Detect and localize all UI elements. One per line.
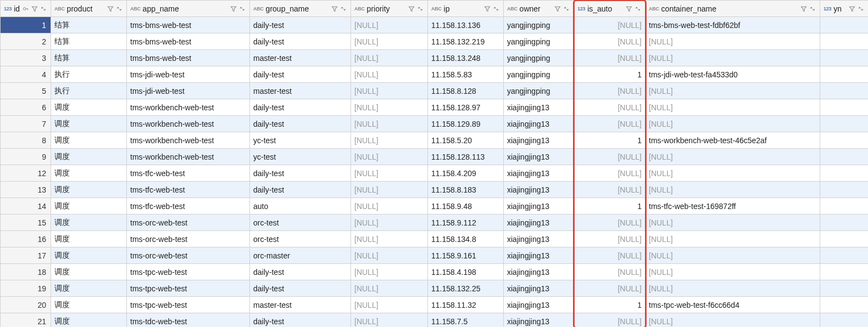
cell-group_name[interactable]: master-test — [250, 83, 351, 99]
cell-container_name[interactable]: [NULL] — [646, 149, 820, 165]
cell-container_name[interactable]: tms-tfc-web-test-169872ff — [646, 198, 820, 215]
cell-yn[interactable] — [820, 247, 869, 264]
cell-app_name[interactable]: tms-tpc-web-test — [127, 280, 250, 297]
cell-yn[interactable] — [820, 116, 869, 132]
table-row[interactable]: 17调度tms-orc-web-testorc-master[NULL]11.1… — [1, 247, 869, 264]
cell-ip[interactable]: 11.158.128.113 — [428, 149, 504, 165]
cell-yn[interactable] — [820, 83, 869, 99]
cell-group_name[interactable]: daily-test — [250, 182, 351, 198]
cell-ip[interactable]: 11.158.132.25 — [428, 280, 504, 297]
cell-product[interactable]: 调度 — [51, 198, 127, 215]
table-row[interactable]: 4执行tms-jdi-web-testdaily-test[NULL]11.15… — [1, 66, 869, 83]
cell-ip[interactable]: 11.158.13.248 — [428, 50, 504, 66]
table-row[interactable]: 13调度tms-tfc-web-testdaily-test[NULL]11.1… — [1, 182, 869, 198]
cell-product[interactable]: 执行 — [51, 83, 127, 99]
cell-app_name[interactable]: tms-orc-web-test — [127, 247, 250, 264]
table-row[interactable]: 2结算tms-bms-web-testdaily-test[NULL]11.15… — [1, 33, 869, 50]
table-row[interactable]: 12调度tms-tfc-web-testdaily-test[NULL]11.1… — [1, 165, 869, 182]
table-row[interactable]: 1结算tms-bms-web-testdaily-test[NULL]11.15… — [1, 17, 869, 33]
sort-icon[interactable] — [115, 5, 123, 13]
cell-group_name[interactable]: daily-test — [250, 264, 351, 280]
cell-container_name[interactable]: [NULL] — [646, 116, 820, 132]
cell-priority[interactable]: [NULL] — [351, 149, 428, 165]
cell-owner[interactable]: xiajingjing13 — [504, 149, 574, 165]
cell-group_name[interactable]: orc-master — [250, 247, 351, 264]
cell-owner[interactable]: xiajingjing13 — [504, 264, 574, 280]
sort-icon[interactable] — [340, 5, 347, 13]
cell-group_name[interactable]: daily-test — [250, 33, 351, 50]
cell-priority[interactable]: [NULL] — [351, 297, 428, 313]
table-row[interactable]: 18调度tms-tpc-web-testdaily-test[NULL]11.1… — [1, 264, 869, 280]
filter-icon[interactable] — [554, 5, 561, 13]
cell-container_name[interactable]: tms-bms-web-test-fdbf62bf — [646, 17, 820, 33]
cell-priority[interactable]: [NULL] — [351, 264, 428, 280]
cell-priority[interactable]: [NULL] — [351, 17, 428, 33]
cell-is_auto[interactable]: [NULL] — [574, 33, 646, 50]
cell-id[interactable]: 15 — [1, 215, 51, 231]
cell-owner[interactable]: yangjingping — [504, 50, 574, 66]
table-row[interactable]: 19调度tms-tpc-web-testdaily-test[NULL]11.1… — [1, 280, 869, 297]
cell-app_name[interactable]: tms-orc-web-test — [127, 231, 250, 247]
table-row[interactable]: 14调度tms-tfc-web-testauto[NULL]11.158.9.4… — [1, 198, 869, 215]
cell-yn[interactable] — [820, 99, 869, 116]
cell-product[interactable]: 执行 — [51, 66, 127, 83]
cell-group_name[interactable]: auto — [250, 198, 351, 215]
sort-icon[interactable] — [634, 5, 642, 13]
cell-priority[interactable]: [NULL] — [351, 231, 428, 247]
cell-container_name[interactable]: [NULL] — [646, 165, 820, 182]
cell-owner[interactable]: xiajingjing13 — [504, 116, 574, 132]
table-row[interactable]: 6调度tms-workbench-web-testdaily-test[NULL… — [1, 99, 869, 116]
table-row[interactable]: 7调度tms-workbench-web-testdaily-test[NULL… — [1, 116, 869, 132]
cell-container_name[interactable]: tms-workbench-web-test-46c5e2af — [646, 132, 820, 149]
cell-is_auto[interactable]: [NULL] — [574, 165, 646, 182]
cell-is_auto[interactable]: [NULL] — [574, 231, 646, 247]
cell-is_auto[interactable]: [NULL] — [574, 83, 646, 99]
cell-yn[interactable] — [820, 132, 869, 149]
column-header-owner[interactable]: ABCowner — [504, 1, 574, 17]
cell-is_auto[interactable]: [NULL] — [574, 116, 646, 132]
cell-app_name[interactable]: tms-workbench-web-test — [127, 149, 250, 165]
cell-yn[interactable] — [820, 264, 869, 280]
cell-ip[interactable]: 11.158.8.183 — [428, 182, 504, 198]
cell-app_name[interactable]: tms-workbench-web-test — [127, 99, 250, 116]
cell-owner[interactable]: xiajingjing13 — [504, 215, 574, 231]
cell-group_name[interactable]: master-test — [250, 50, 351, 66]
cell-yn[interactable] — [820, 165, 869, 182]
cell-ip[interactable]: 11.158.132.219 — [428, 33, 504, 50]
cell-priority[interactable]: [NULL] — [351, 33, 428, 50]
column-header-container_name[interactable]: ABCcontainer_name — [646, 1, 820, 17]
cell-group_name[interactable]: orc-test — [250, 215, 351, 231]
cell-yn[interactable] — [820, 231, 869, 247]
cell-app_name[interactable]: tms-bms-web-test — [127, 33, 250, 50]
cell-is_auto[interactable]: [NULL] — [574, 149, 646, 165]
table-row[interactable]: 15调度tms-orc-web-testorc-test[NULL]11.158… — [1, 215, 869, 231]
cell-is_auto[interactable]: 1 — [574, 297, 646, 313]
cell-owner[interactable]: yangjingping — [504, 33, 574, 50]
cell-group_name[interactable]: daily-test — [250, 17, 351, 33]
cell-id[interactable]: 7 — [1, 116, 51, 132]
cell-ip[interactable]: 11.158.4.198 — [428, 264, 504, 280]
cell-product[interactable]: 调度 — [51, 116, 127, 132]
column-header-group_name[interactable]: ABCgroup_name — [250, 1, 351, 17]
cell-is_auto[interactable]: 1 — [574, 198, 646, 215]
cell-priority[interactable]: [NULL] — [351, 83, 428, 99]
cell-priority[interactable]: [NULL] — [351, 116, 428, 132]
cell-container_name[interactable]: [NULL] — [646, 50, 820, 66]
cell-container_name[interactable]: [NULL] — [646, 83, 820, 99]
cell-owner[interactable]: xiajingjing13 — [504, 132, 574, 149]
cell-container_name[interactable]: [NULL] — [646, 215, 820, 231]
sort-icon[interactable] — [40, 5, 47, 13]
cell-is_auto[interactable]: [NULL] — [574, 99, 646, 116]
cell-container_name[interactable]: [NULL] — [646, 313, 820, 328]
column-header-product[interactable]: ABCproduct — [51, 1, 127, 17]
column-header-ip[interactable]: ABCip — [428, 1, 504, 17]
cell-group_name[interactable]: daily-test — [250, 280, 351, 297]
cell-group_name[interactable]: daily-test — [250, 66, 351, 83]
cell-owner[interactable]: xiajingjing13 — [504, 297, 574, 313]
cell-owner[interactable]: xiajingjing13 — [504, 198, 574, 215]
cell-ip[interactable]: 11.158.129.89 — [428, 116, 504, 132]
cell-container_name[interactable]: [NULL] — [646, 33, 820, 50]
cell-is_auto[interactable]: [NULL] — [574, 182, 646, 198]
cell-is_auto[interactable]: 1 — [574, 66, 646, 83]
cell-id[interactable]: 12 — [1, 165, 51, 182]
